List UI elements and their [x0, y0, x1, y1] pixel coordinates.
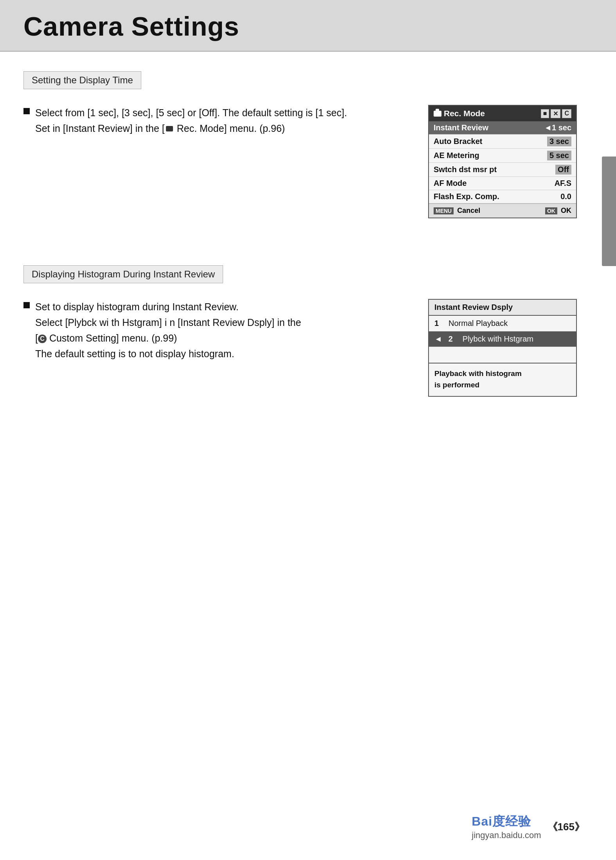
section2-line3: [C Custom Setting] menu. (p.99): [35, 333, 177, 344]
rec-mode-menu: Rec. Mode ■ ✕ C Instant Review ◄1 sec: [428, 105, 577, 218]
section1-text: Select from [1 sec], [3 sec], [5 sec] or…: [23, 105, 405, 136]
section2-line1: Set to display histogram during Instant …: [35, 301, 239, 312]
menu-row-instant-review: Instant Review ◄1 sec: [429, 121, 576, 135]
item-num-2: 2: [448, 335, 457, 344]
header-cam-icon: [434, 111, 441, 117]
row-value-2: 3 sec: [547, 137, 571, 146]
menu-row-af-mode: AF Mode AF.S: [429, 177, 576, 190]
footer-ok: OK OK: [545, 207, 571, 215]
bullet-icon-2: [23, 302, 30, 308]
instant-review-header: Instant Review Dsply: [429, 300, 576, 316]
section2-line4: The default setting is to not display hi…: [35, 348, 234, 359]
instant-review-menu: Instant Review Dsply 1 Normal Playback ◄…: [428, 299, 577, 397]
section2-image: Instant Review Dsply 1 Normal Playback ◄…: [428, 299, 593, 397]
section1-bullet: Select from [1 sec], [3 sec], [5 sec] or…: [23, 105, 405, 136]
c-icon: C: [38, 335, 47, 343]
item-label-2: Plybck with Hstgram: [463, 335, 533, 344]
section2-text: Set to display histogram during Instant …: [23, 299, 405, 362]
footer-cancel: MENU Cancel: [434, 207, 480, 215]
row-value-4: Off: [555, 165, 571, 175]
section1-menu-image: Rec. Mode ■ ✕ C Instant Review ◄1 sec: [428, 105, 593, 218]
menu-icon-rect1: ■: [541, 109, 549, 118]
arrow-indicator: ◄: [434, 335, 442, 344]
menu-key: MENU: [434, 207, 454, 214]
menu-icon-c: C: [562, 109, 571, 118]
row-value-5: AF.S: [555, 179, 571, 188]
row-label-5: AF Mode: [434, 179, 467, 188]
desc-line2: is performed: [434, 381, 479, 389]
baidu-url: jingyan.baidu.com: [472, 830, 541, 840]
menu-header: Rec. Mode ■ ✕ C: [429, 106, 576, 121]
footer-cancel-label: Cancel: [457, 207, 480, 214]
row-label-3: AE Metering: [434, 151, 479, 160]
page-footer: Bai度经验 jingyan.baidu.com 《165》: [472, 813, 585, 840]
page-header: Camera Settings: [0, 0, 616, 52]
row-value-6: 0.0: [560, 192, 571, 201]
section2: Displaying Histogram During Instant Revi…: [23, 265, 593, 397]
row-label-2: Auto Bracket: [434, 137, 482, 146]
instant-review-desc: Playback with histogram is performed: [429, 363, 576, 396]
item-num-1: 1: [434, 319, 443, 328]
instant-review-item-1: 1 Normal Playback: [429, 316, 576, 331]
row-label-6: Flash Exp. Comp.: [434, 192, 499, 201]
section1: Setting the Display Time Select from [1 …: [23, 71, 593, 218]
menu-cam-icon: Rec. Mode: [434, 109, 485, 118]
instant-review-item-2: ◄ 2 Plybck with Hstgram: [429, 331, 576, 347]
baidu-logo-area: Bai度经验 jingyan.baidu.com: [472, 813, 541, 840]
menu-row-swtch: Swtch dst msr pt Off: [429, 163, 576, 177]
menu-footer: MENU Cancel OK OK: [429, 203, 576, 218]
menu-header-label: Rec. Mode: [444, 109, 485, 118]
desc-line1: Playback with histogram: [434, 369, 522, 378]
page-number: 《165》: [548, 820, 585, 834]
scroll-indicator[interactable]: [602, 157, 616, 266]
page-title: Camera Settings: [23, 11, 593, 41]
section2-label: Displaying Histogram During Instant Revi…: [23, 265, 223, 283]
row-value-3: 5 sec: [547, 151, 571, 160]
section1-row: Select from [1 sec], [3 sec], [5 sec] or…: [23, 105, 593, 218]
row-value-1: ◄1 sec: [544, 123, 571, 132]
camera-icon-inline: [166, 126, 173, 131]
bullet-icon: [23, 108, 30, 114]
section1-bullet-content: Select from [1 sec], [3 sec], [5 sec] or…: [35, 105, 405, 136]
menu-row-auto-bracket: Auto Bracket 3 sec: [429, 135, 576, 149]
section2-row: Set to display histogram during Instant …: [23, 299, 593, 397]
menu-row-flash: Flash Exp. Comp. 0.0: [429, 190, 576, 203]
menu-icons: ■ ✕ C: [541, 109, 571, 118]
item-label-1: Normal Playback: [448, 319, 508, 328]
row-label-4: Swtch dst msr pt: [434, 165, 497, 174]
spacer: [429, 347, 576, 363]
section1-line1: Select from [1 sec], [3 sec], [5 sec] or…: [35, 107, 347, 118]
menu-row-ae-metering: AE Metering 5 sec: [429, 149, 576, 163]
section2-bullet-content: Set to display histogram during Instant …: [35, 299, 405, 362]
section1-label: Setting the Display Time: [23, 71, 141, 89]
baidu-logo: Bai度经验: [472, 813, 541, 830]
section2-bullet: Set to display histogram during Instant …: [23, 299, 405, 362]
section2-line2: Select [Plybck wi th Hstgram] i n [Insta…: [35, 317, 301, 328]
page-content: Setting the Display Time Select from [1 …: [0, 52, 616, 452]
ok-key: OK: [545, 207, 557, 214]
section1-line2: Set in [Instant Review] in the [ Rec. Mo…: [35, 123, 285, 134]
section-separator: [23, 250, 593, 265]
menu-icon-x: ✕: [551, 109, 560, 118]
footer-ok-label: OK: [561, 207, 571, 214]
row-label-1: Instant Review: [434, 123, 488, 132]
